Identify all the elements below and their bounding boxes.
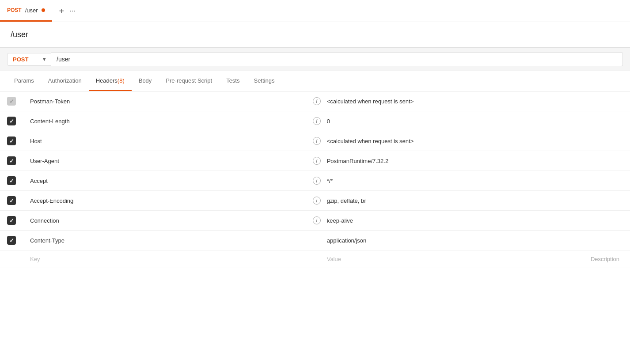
headers-badge: (8): [118, 77, 125, 84]
header-description-3: [542, 151, 630, 171]
value-placeholder: Value: [327, 256, 341, 262]
tab-authorization[interactable]: Authorization: [41, 71, 89, 91]
new-header-row: Key Value Description: [0, 250, 630, 268]
header-description-1: [542, 111, 630, 131]
request-bar: POST ▾: [0, 48, 630, 71]
table-row: Content-Typeapplication/json: [0, 231, 630, 250]
info-icon-5[interactable]: i: [313, 197, 321, 205]
table-row: Accepti*/*: [0, 171, 630, 191]
header-description-6: [542, 211, 630, 231]
header-value-4: */*: [323, 171, 542, 191]
header-description-2: [542, 131, 630, 151]
page-title-bar: /user: [0, 22, 630, 48]
header-key-7: Content-Type: [27, 231, 310, 250]
header-value-1: 0: [323, 111, 542, 131]
header-key-2: Host: [27, 131, 310, 151]
header-checkbox-2[interactable]: [7, 136, 16, 145]
tab-unsaved-dot: [42, 8, 45, 12]
info-icon-3[interactable]: i: [313, 157, 321, 165]
header-value-0: <calculated when request is sent>: [323, 91, 542, 111]
tab-pre-request[interactable]: Pre-request Script: [159, 71, 219, 91]
header-description-5: [542, 191, 630, 211]
headers-table-container: Postman-Tokeni<calculated when request i…: [0, 91, 630, 268]
header-checkbox-5[interactable]: [7, 196, 16, 205]
header-description-0: [542, 91, 630, 111]
tab-actions: + ···: [52, 0, 83, 22]
header-key-1: Content-Length: [27, 111, 310, 131]
info-icon-2[interactable]: i: [313, 137, 321, 145]
info-icon-1[interactable]: i: [313, 117, 321, 125]
url-input[interactable]: [51, 52, 623, 66]
header-value-7: application/json: [323, 231, 542, 250]
header-key-3: User-Agent: [27, 151, 310, 171]
table-row: Hosti<calculated when request is sent>: [0, 131, 630, 151]
table-row: User-AgentiPostmanRuntime/7.32.2: [0, 151, 630, 171]
tab-path-label: /user: [25, 7, 38, 14]
header-key-5: Accept-Encoding: [27, 191, 310, 211]
method-selector[interactable]: POST ▾: [7, 53, 51, 66]
header-checkbox-6[interactable]: [7, 216, 16, 225]
tab-tests[interactable]: Tests: [219, 71, 247, 91]
tab-method-label: POST: [7, 7, 22, 13]
header-value-3: PostmanRuntime/7.32.2: [323, 151, 542, 171]
description-placeholder: Description: [591, 256, 619, 262]
header-key-0: Postman-Token: [27, 91, 310, 111]
method-chevron-icon: ▾: [43, 56, 46, 62]
active-tab[interactable]: POST /user: [0, 0, 52, 22]
tabs-row: Params Authorization Headers(8) Body Pre…: [0, 71, 630, 91]
top-tab-bar: POST /user + ···: [0, 0, 630, 22]
table-row: Postman-Tokeni<calculated when request i…: [0, 91, 630, 111]
header-value-5: gzip, deflate, br: [323, 191, 542, 211]
header-key-6: Connection: [27, 211, 310, 231]
table-row: Accept-Encodingigzip, deflate, br: [0, 191, 630, 211]
key-placeholder: Key: [30, 256, 40, 262]
header-checkbox-0[interactable]: [7, 97, 16, 106]
tab-headers[interactable]: Headers(8): [89, 71, 132, 91]
header-value-6: keep-alive: [323, 211, 542, 231]
tab-params[interactable]: Params: [7, 71, 41, 91]
info-icon-0[interactable]: i: [313, 97, 321, 105]
header-description-7: [542, 231, 630, 250]
page-title: /user: [11, 30, 619, 39]
header-description-4: [542, 171, 630, 191]
header-checkbox-1[interactable]: [7, 117, 16, 125]
header-value-2: <calculated when request is sent>: [323, 131, 542, 151]
header-key-4: Accept: [27, 171, 310, 191]
header-checkbox-3[interactable]: [7, 156, 16, 165]
tab-settings[interactable]: Settings: [247, 71, 281, 91]
table-row: Content-Lengthi0: [0, 111, 630, 131]
headers-table: Postman-Tokeni<calculated when request i…: [0, 91, 630, 268]
info-icon-4[interactable]: i: [313, 177, 321, 185]
add-tab-button[interactable]: +: [59, 7, 65, 15]
more-tabs-button[interactable]: ···: [69, 7, 75, 15]
table-row: Connectionikeep-alive: [0, 211, 630, 231]
tab-body[interactable]: Body: [132, 71, 159, 91]
header-checkbox-4[interactable]: [7, 176, 16, 185]
method-label: POST: [13, 56, 28, 63]
info-icon-6[interactable]: i: [313, 216, 321, 224]
header-checkbox-7[interactable]: [7, 236, 16, 245]
